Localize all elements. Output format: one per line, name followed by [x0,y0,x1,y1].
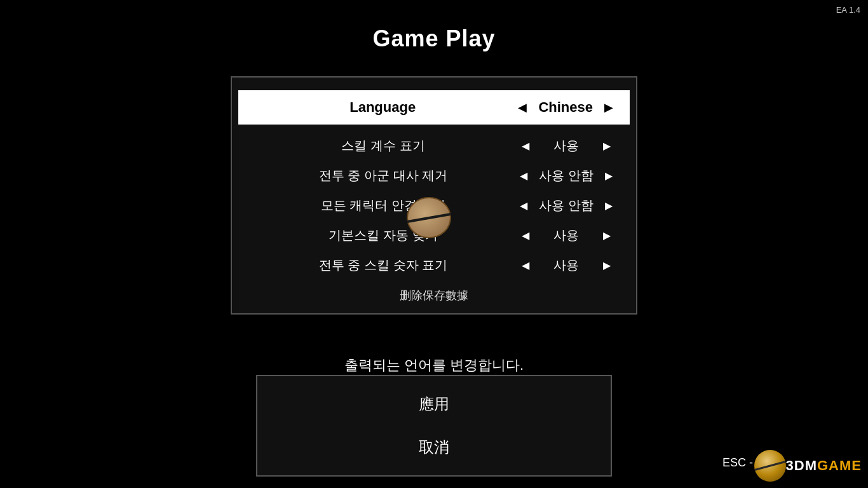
skill-number-right-arrow[interactable]: ▶ [599,258,614,273]
ally-dialogue-right-arrow[interactable]: ▶ [601,168,616,183]
auto-forget-label: 기본스킬 자동 잊기 [251,227,515,244]
delete-save-label: 删除保存數據 [400,288,468,303]
glasses-left-arrow[interactable]: ◀ [516,198,531,213]
language-value: Chinese [538,99,593,116]
skill-display-label: 스킬 계수 표기 [251,137,515,154]
language-label: Language [251,99,514,116]
glasses-right-arrow[interactable]: ▶ [601,198,616,213]
apply-button[interactable]: 應用 [257,383,611,426]
ally-dialogue-left-arrow[interactable]: ◀ [516,168,531,183]
skill-number-left-arrow[interactable]: ◀ [518,258,533,273]
delete-save-row[interactable]: 删除保存數據 [232,280,636,307]
logo-area: 3DM GAME [754,450,862,482]
skill-number-value: 사용 [541,257,592,274]
glasses-label: 모든 캐릭터 안경 제거 [251,197,515,214]
mascot-character [407,197,458,248]
skill-number-row: 전투 중 스킬 숫자 표기 ◀ 사용 ▶ [232,250,636,280]
language-value-area: ◀ Chinese ▶ [514,99,617,116]
cancel-button[interactable]: 取消 [257,426,611,469]
logo-text-game: GAME [817,458,862,474]
glasses-value: 사용 안함 [539,197,593,214]
action-panel: 應用 取消 [256,375,612,477]
skill-display-left-arrow[interactable]: ◀ [518,139,533,153]
skill-number-label: 전투 중 스킬 숫자 표기 [251,257,515,274]
auto-forget-right-arrow[interactable]: ▶ [599,228,614,243]
glasses-value-area: ◀ 사용 안함 ▶ [515,197,617,214]
auto-forget-value-area: ◀ 사용 ▶ [515,227,617,244]
page-title: Game Play [0,25,868,52]
auto-forget-left-arrow[interactable]: ◀ [518,228,533,243]
logo-text-3dm: 3DM [786,458,817,474]
language-right-arrow[interactable]: ▶ [600,99,617,116]
ally-dialogue-row: 전투 중 아군 대사 제거 ◀ 사용 안함 ▶ [232,161,636,191]
ally-dialogue-value-area: ◀ 사용 안함 ▶ [515,167,617,184]
language-setting-row: Language ◀ Chinese ▶ [238,90,630,125]
skill-display-value-area: ◀ 사용 ▶ [515,137,617,154]
skill-display-right-arrow[interactable]: ▶ [599,139,614,153]
skill-display-value: 사용 [541,137,592,154]
skill-number-value-area: ◀ 사용 ▶ [515,257,617,274]
auto-forget-value: 사용 [541,227,592,244]
logo-icon [754,450,786,482]
skill-display-row: 스킬 계수 표기 ◀ 사용 ▶ [232,131,636,161]
description-text: 출력되는 언어를 변경합니다. [0,356,868,375]
language-left-arrow[interactable]: ◀ [514,99,531,116]
ally-dialogue-value: 사용 안함 [539,167,593,184]
version-label: EA 1.4 [836,5,860,15]
ally-dialogue-label: 전투 중 아군 대사 제거 [251,167,515,184]
settings-panel: Language ◀ Chinese ▶ 스킬 계수 표기 ◀ 사용 ▶ 전투 … [231,76,637,315]
